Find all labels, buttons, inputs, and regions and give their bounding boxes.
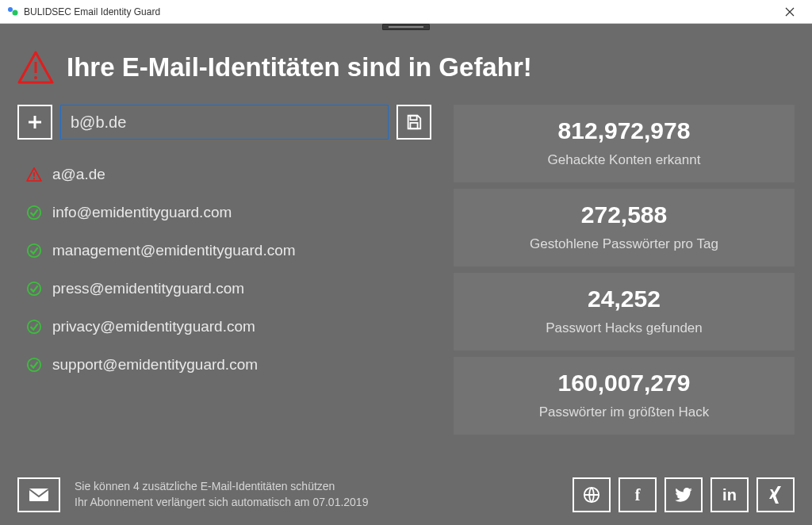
stat-card: 160,007,279Passwörter im größten Hack [454,357,795,435]
svg-point-11 [28,320,40,333]
svg-point-12 [28,358,40,371]
warning-icon [17,51,54,84]
save-button[interactable] [396,105,431,140]
add-email-button[interactable] [17,105,52,140]
email-address: support@emidentityguard.com [52,356,258,374]
check-icon [25,205,43,220]
footer-line1: Sie können 4 zusätzliche E-Mail-Identitä… [75,479,368,495]
facebook-button[interactable]: f [619,477,657,512]
email-input[interactable] [60,105,389,140]
linkedin-button[interactable]: in [710,477,749,512]
svg-rect-13 [29,489,48,501]
svg-point-8 [28,206,40,219]
check-icon [25,243,43,259]
stat-value: 160,007,279 [462,370,787,397]
drag-handle-bar [0,24,812,32]
footer-text: Sie können 4 zusätzliche E-Mail-Identitä… [75,479,368,510]
stat-label: Passwort Hacks gefunden [462,320,787,336]
svg-point-7 [33,178,35,179]
email-address: management@emidentityguard.com [52,242,296,259]
email-address: info@emidentityguard.com [52,204,232,221]
drag-handle[interactable] [382,24,430,30]
window-title: BULIDSEC Email Identity Guard [24,6,160,17]
globe-button[interactable] [573,477,611,512]
email-item[interactable]: support@emidentityguard.com [17,347,431,382]
stat-value: 24,252 [462,285,787,312]
page-title: Ihre E-Mail-Identitäten sind in Gefahr! [67,52,532,82]
svg-point-1 [13,10,18,15]
email-item[interactable]: info@emidentityguard.com [17,195,431,230]
email-item[interactable]: privacy@emidentityguard.com [17,309,431,344]
stat-label: Gehackte Konten erkannt [462,152,787,168]
check-icon [25,281,43,297]
svg-point-0 [8,7,13,12]
stat-value: 272,588 [462,201,787,228]
titlebar: BULIDSEC Email Identity Guard [0,0,812,24]
app-icon [6,6,19,18]
twitter-button[interactable] [665,477,703,512]
svg-point-10 [28,282,40,295]
stat-card: 24,252Passwort Hacks gefunden [454,273,795,351]
check-icon [25,357,43,373]
close-button[interactable] [774,1,806,23]
mail-button[interactable] [17,477,60,512]
email-address: a@a.de [52,166,105,183]
email-address: privacy@emidentityguard.com [52,318,255,335]
svg-point-9 [28,244,40,257]
warning-icon [25,167,43,182]
email-item[interactable]: a@a.de [17,157,431,192]
xing-button[interactable] [756,477,795,512]
svg-rect-4 [410,116,416,121]
email-item[interactable]: press@emidentityguard.com [17,271,431,306]
svg-rect-5 [410,123,417,128]
email-address: press@emidentityguard.com [52,280,244,297]
stat-card: 272,588Gestohlene Passwörter pro Tag [454,189,795,266]
footer-line2: Ihr Abonnement verlängert sich automatis… [75,495,368,511]
stat-label: Gestohlene Passwörter pro Tag [462,236,787,252]
email-item[interactable]: management@emidentityguard.com [17,233,431,268]
stat-value: 812,972,978 [462,117,787,144]
stat-card: 812,972,978Gehackte Konten erkannt [454,105,795,182]
stat-label: Passwörter im größten Hack [462,404,787,420]
svg-point-3 [34,76,37,79]
check-icon [25,319,43,335]
